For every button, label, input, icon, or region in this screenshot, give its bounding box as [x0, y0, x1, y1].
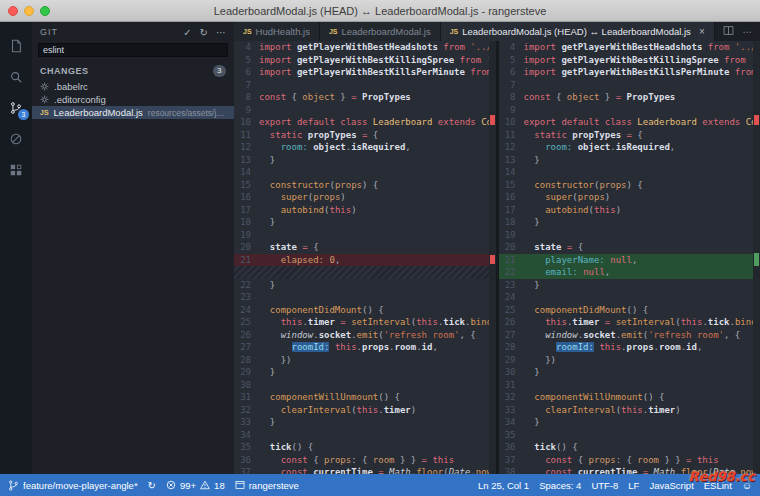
code-line[interactable]: 21 playerName: null, — [499, 254, 754, 267]
code-line[interactable]: 9 — [234, 104, 489, 117]
search-icon[interactable] — [0, 61, 32, 92]
code-line[interactable]: 26 window.socket.emit('refresh room', { — [234, 329, 489, 342]
commit-message-input[interactable]: eslint — [38, 43, 228, 57]
code-line[interactable]: 23 } — [499, 279, 754, 292]
code-line[interactable]: 5import getPlayerWithBestKillingSpree fr… — [499, 54, 754, 67]
code-line[interactable]: 17 autobind(this) — [234, 204, 489, 217]
code-line[interactable]: 28 roomId: this.props.room.id, — [499, 341, 754, 354]
code-line[interactable]: 30 — [234, 379, 489, 392]
code-line[interactable]: 25 componentDidMount() { — [499, 304, 754, 317]
commit-icon[interactable]: ✓ — [183, 27, 191, 38]
code-line[interactable]: 4import getPlayerWithBestHeadshots from … — [499, 41, 754, 54]
code-line[interactable]: 33 } — [234, 416, 489, 429]
explorer-icon[interactable] — [0, 30, 32, 61]
split-editor-icon[interactable] — [723, 25, 734, 38]
code-line[interactable]: 37 const { props: { room } } = this — [499, 454, 754, 467]
code-line[interactable]: 17 autobind(this) — [499, 204, 754, 217]
code-line[interactable]: 31 componentWillUnmount() { — [234, 391, 489, 404]
code-line[interactable]: 20 state = { — [234, 241, 489, 254]
left-overview-ruler[interactable] — [489, 41, 496, 474]
code-line[interactable]: 26 this.timer = setInterval(this.tick.bi… — [499, 316, 754, 329]
code-line[interactable]: 23 — [234, 291, 489, 304]
code-line[interactable]: 8const { object } = PropTypes — [234, 91, 489, 104]
code-line[interactable]: 8const { object } = PropTypes — [499, 91, 754, 104]
code-line[interactable]: 18 } — [499, 216, 754, 229]
code-line[interactable]: 33 clearInterval(this.timer) — [499, 404, 754, 417]
sync-item[interactable]: ↻ — [143, 474, 161, 496]
file-row-editorconfig[interactable]: .editorconfig — [32, 93, 234, 106]
code-line[interactable]: 4import getPlayerWithBestHeadshots from … — [234, 41, 489, 54]
code-line[interactable]: 5import getPlayerWithBestKillingSpree fr… — [234, 54, 489, 67]
zoom-window-button[interactable] — [40, 6, 50, 16]
file-row-babelrc[interactable]: .babelrc — [32, 80, 234, 93]
code-line[interactable]: 20 state = { — [499, 241, 754, 254]
code-line[interactable]: 6import getPlayerWithBestKillsPerMinute … — [499, 66, 754, 79]
code-line[interactable]: 7 — [499, 79, 754, 92]
code-line[interactable]: 10export default class Leaderboard exten… — [499, 116, 754, 129]
close-tab-icon[interactable]: × — [699, 26, 705, 37]
code-line[interactable]: 25 this.timer = setInterval(this.tick.bi… — [234, 316, 489, 329]
eol-item[interactable]: LF — [623, 474, 644, 496]
code-line[interactable]: 28 }) — [234, 354, 489, 367]
code-line[interactable]: 15 constructor(props) { — [234, 179, 489, 192]
code-line[interactable]: 22 email: null, — [499, 266, 754, 279]
code-line[interactable]: 32 componentWillUnmount() { — [499, 391, 754, 404]
code-line[interactable]: 7 — [234, 79, 489, 92]
code-line[interactable]: 11 static propTypes = { — [234, 129, 489, 142]
code-line[interactable]: 16 super(props) — [234, 191, 489, 204]
code-line[interactable]: 24 componentDidMount() { — [234, 304, 489, 317]
minimize-window-button[interactable] — [24, 6, 34, 16]
code-line[interactable]: 22 } — [234, 279, 489, 292]
cursor-position-item[interactable]: Ln 25, Col 1 — [473, 474, 534, 496]
code-line[interactable]: 29 } — [234, 366, 489, 379]
code-line[interactable]: 34 — [234, 429, 489, 442]
code-line[interactable]: 31 — [499, 379, 754, 392]
code-line[interactable]: 13 } — [234, 154, 489, 167]
more-actions-icon[interactable]: ⋯ — [216, 27, 226, 38]
code-line[interactable]: 30 } — [499, 366, 754, 379]
code-line[interactable]: 34 } — [499, 416, 754, 429]
code-line[interactable]: 27 window.socket.emit('refresh room', { — [499, 329, 754, 342]
code-line[interactable]: 11 static propTypes = { — [499, 129, 754, 142]
code-line[interactable]: 6import getPlayerWithBestKillsPerMinute … — [234, 66, 489, 79]
code-line[interactable]: 29 }) — [499, 354, 754, 367]
code-line[interactable]: 36 const { props: { room } } = this — [234, 454, 489, 467]
code-line[interactable]: 12 room: object.isRequired, — [234, 141, 489, 154]
diff-left-pane[interactable]: 4import getPlayerWithBestHeadshots from … — [234, 41, 496, 474]
encoding-item[interactable]: UTF-8 — [586, 474, 623, 496]
source-control-icon[interactable]: 3 — [0, 92, 32, 123]
close-window-button[interactable] — [8, 6, 18, 16]
code-line[interactable]: 14 — [234, 166, 489, 179]
code-line[interactable]: 24 — [499, 291, 754, 304]
code-line[interactable]: 36 tick() { — [499, 441, 754, 454]
debug-icon[interactable] — [0, 123, 32, 154]
diff-right-pane[interactable]: 4import getPlayerWithBestHeadshots from … — [499, 41, 760, 474]
tab-hudhealth[interactable]: JS HudHealth.js — [234, 22, 320, 41]
code-line[interactable]: 19 — [499, 229, 754, 242]
code-line[interactable]: 18 } — [234, 216, 489, 229]
code-line[interactable]: 21 elapsed: 0, — [234, 254, 489, 267]
task-item[interactable]: rangersteve — [230, 474, 304, 496]
code-line[interactable]: 27 roomId: this.props.room.id, — [234, 341, 489, 354]
code-line[interactable]: 15 constructor(props) { — [499, 179, 754, 192]
right-overview-ruler[interactable] — [753, 41, 760, 474]
indentation-item[interactable]: Spaces: 4 — [534, 474, 586, 496]
code-line[interactable]: 10export default class Leaderboard exten… — [234, 116, 489, 129]
changes-section-header[interactable]: CHANGES 3 — [32, 63, 234, 80]
extensions-icon[interactable] — [0, 154, 32, 185]
code-line[interactable]: 13 } — [499, 154, 754, 167]
problems-item[interactable]: 99+ 18 — [161, 474, 230, 496]
code-line[interactable]: 32 clearInterval(this.timer) — [234, 404, 489, 417]
code-line[interactable]: 9 — [499, 104, 754, 117]
tab-leaderboardmodal[interactable]: JS LeaderboardModal.js — [320, 22, 441, 41]
more-editor-actions-icon[interactable]: ⋯ — [743, 26, 753, 37]
code-line[interactable]: 16 super(props) — [499, 191, 754, 204]
code-line[interactable]: 35 tick() { — [234, 441, 489, 454]
refresh-icon[interactable]: ↻ — [200, 27, 208, 38]
code-line[interactable] — [234, 266, 489, 279]
code-line[interactable]: 19 — [234, 229, 489, 242]
code-line[interactable]: 37 const currentTime = Math.floor(Date.n… — [234, 466, 489, 474]
file-row-leaderboardmodal[interactable]: JS LeaderboardModal.js resources/assets/… — [32, 106, 234, 119]
code-line[interactable]: 14 — [499, 166, 754, 179]
tab-leaderboardmodal-diff[interactable]: JS LeaderboardModal.js (HEAD) ↔ Leaderbo… — [441, 22, 715, 41]
